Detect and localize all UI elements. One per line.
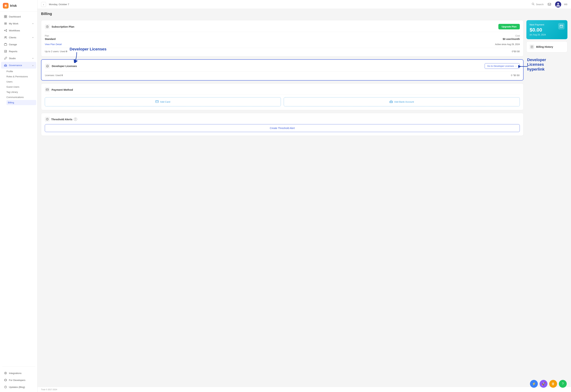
cost-label: Cost <box>503 35 520 37</box>
developers-icon <box>4 378 7 382</box>
sidebar-item-updates-label: Updates (Blog) <box>9 386 33 388</box>
svg-rect-7 <box>4 24 7 24</box>
active-since: Active since Aug 29, 2024 <box>495 43 520 46</box>
add-card-button[interactable]: Add Card <box>45 97 281 106</box>
next-payment-card: Next Payment $0.00 on: Aug 29, 2024 <box>526 20 567 39</box>
view-plan-detail-link[interactable]: View Plan Detail <box>45 43 61 46</box>
subscription-icon <box>45 24 50 29</box>
main-area: ‹ Monday, October 7 Search MB Billing <box>37 0 571 392</box>
svg-rect-44 <box>392 102 392 102</box>
dashboard-icon <box>4 15 7 18</box>
search-icon <box>532 3 535 6</box>
sidebar: trisk Dashboard My Work ▾ Workflows <box>0 0 37 392</box>
licenses-label: Licenses: Used 0 <box>45 74 63 77</box>
studio-icon <box>4 57 7 60</box>
sidebar-item-garage[interactable]: Garage <box>1 41 36 48</box>
billing-history-header: Billing History <box>529 44 564 49</box>
svg-line-12 <box>5 31 6 31</box>
svg-rect-21 <box>5 66 5 66</box>
add-bank-icon <box>390 100 393 104</box>
billing-main: Subscription Plan Upgrade Plan Plan Stan… <box>41 20 524 383</box>
subnav-tag-library[interactable]: Tag Library <box>6 89 37 95</box>
nav-main: Dashboard My Work ▾ Workflows Clients ▾ <box>0 12 37 107</box>
sidebar-item-garage-label: Garage <box>9 43 33 46</box>
svg-rect-23 <box>6 66 6 66</box>
dev-license-icon <box>45 64 50 69</box>
sidebar-divider <box>2 366 35 367</box>
fab-rocket-button[interactable]: 🚀 <box>540 380 547 388</box>
svg-point-14 <box>6 37 7 37</box>
fab-trash-button[interactable]: 🗑 <box>549 380 557 388</box>
add-bank-label: Add Bank Account <box>394 100 414 103</box>
sidebar-item-studio[interactable]: Studio ▾ <box>1 55 36 62</box>
sidebar-item-my-work[interactable]: My Work ▾ <box>1 20 36 27</box>
svg-rect-3 <box>4 17 5 18</box>
fab-help-button[interactable]: ? <box>559 380 567 388</box>
sidebar-item-workflows-label: Workflows <box>9 29 33 32</box>
licenses-usage-row: Licenses: Used 0 0 *$0 $0 <box>45 74 520 77</box>
svg-point-34 <box>557 3 559 5</box>
cost-value: $0 user/month <box>503 38 520 41</box>
header-date: Monday, October 7 <box>49 3 69 6</box>
svg-point-25 <box>5 373 6 374</box>
plan-value: Standard <box>45 38 56 41</box>
logo: trisk <box>0 0 37 12</box>
sidebar-item-dashboard-label: Dashboard <box>9 15 33 18</box>
sidebar-item-clients[interactable]: Clients ▾ <box>1 34 36 41</box>
subnav-roles[interactable]: Roles & Permissions <box>6 74 37 79</box>
dev-license-header: Developer Licenses Go to Developer Licen… <box>45 63 520 71</box>
back-button[interactable]: ‹ <box>41 2 46 7</box>
sidebar-item-for-developers[interactable]: For Developers <box>1 377 36 383</box>
sidebar-item-studio-label: Studio <box>9 57 31 60</box>
footer-text: Trisk © 2017-2024 <box>41 388 57 391</box>
svg-rect-37 <box>46 89 48 91</box>
user-avatar[interactable] <box>555 1 561 7</box>
sidebar-item-clients-label: Clients <box>9 36 31 39</box>
search-button[interactable]: Search <box>532 3 544 6</box>
clients-icon <box>4 36 7 39</box>
threshold-alerts-card: Threshold Alerts ? Create Threshold Aler… <box>41 113 524 136</box>
sidebar-item-updates[interactable]: Updates (Blog) <box>1 384 36 390</box>
subnav-billing[interactable]: Billing <box>6 100 36 105</box>
subnav-guest-users[interactable]: Guest Users <box>6 84 37 89</box>
threshold-help-icon[interactable]: ? <box>74 118 77 121</box>
add-bank-button[interactable]: Add Bank Account <box>284 97 520 106</box>
subnav-communications[interactable]: Communications <box>6 95 37 100</box>
logo-text: trisk <box>10 4 17 8</box>
svg-line-11 <box>5 30 6 30</box>
sidebar-item-workflows[interactable]: Workflows <box>1 27 36 34</box>
page-title: Billing <box>41 12 567 16</box>
subscription-header: Subscription Plan Upgrade Plan <box>45 24 520 32</box>
next-payment-icon <box>558 23 565 29</box>
svg-rect-42 <box>390 102 391 102</box>
my-work-chevron: ▾ <box>32 23 33 25</box>
create-threshold-button[interactable]: Create Threshold Alert <box>45 124 520 132</box>
add-card-label: Add Card <box>160 100 170 103</box>
billing-history-card[interactable]: Billing History <box>526 41 567 52</box>
usage-label: Up to 2 users: Used 0 <box>45 50 67 53</box>
messages-icon[interactable] <box>547 2 552 7</box>
go-to-developer-licenses-button[interactable]: Go to Developer Licenses → <box>485 63 520 69</box>
sidebar-item-dashboard[interactable]: Dashboard <box>1 13 36 20</box>
header: ‹ Monday, October 7 Search MB <box>37 0 571 9</box>
developer-licenses-card: Developer Licenses Go to Developer Licen… <box>41 59 524 81</box>
upgrade-plan-button[interactable]: Upgrade Plan <box>498 24 520 29</box>
sidebar-item-governance[interactable]: Governance ▴ <box>1 62 36 69</box>
governance-subnav: Profile Roles & Permissions Users Guest … <box>0 69 37 105</box>
subnav-profile[interactable]: Profile <box>6 69 37 74</box>
svg-rect-32 <box>548 3 551 5</box>
subnav-users[interactable]: Users <box>6 79 37 84</box>
sidebar-item-reports[interactable]: Reports <box>1 48 36 55</box>
divider <box>45 48 520 48</box>
svg-rect-4 <box>6 17 7 18</box>
plan-label: Plan <box>45 35 56 37</box>
dev-license-title-text: Developer Licenses <box>52 65 77 68</box>
fab-row: ⚡ 🚀 🗑 ? <box>530 380 567 388</box>
developer-licenses-annotation-wrapper: Developer Licenses <box>41 59 524 81</box>
user-initials: MB <box>564 3 568 6</box>
svg-rect-2 <box>6 15 7 16</box>
fab-lightning-button[interactable]: ⚡ <box>530 380 538 388</box>
sidebar-item-integrations[interactable]: Integrations <box>1 370 36 377</box>
svg-point-13 <box>5 37 6 37</box>
svg-rect-5 <box>4 23 7 23</box>
